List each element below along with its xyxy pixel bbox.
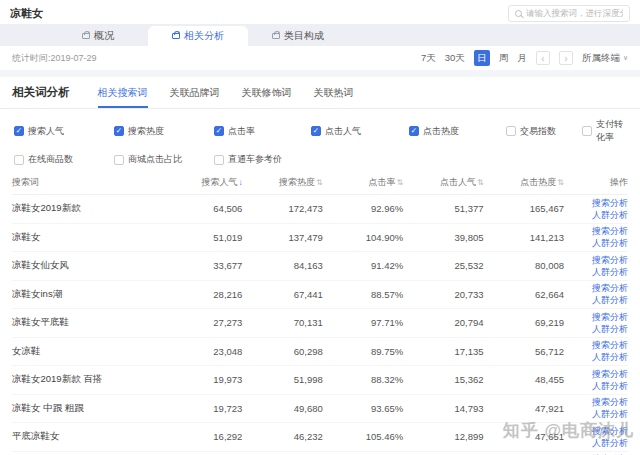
terminal-dropdown[interactable]: 所属终端 ∨ — [582, 52, 628, 65]
search-analysis-link[interactable]: 搜索分析 — [564, 425, 628, 437]
search-heat-cell: 137,479 — [242, 232, 322, 243]
search-analysis-link[interactable]: 搜索分析 — [564, 311, 628, 323]
col-header-click-heat[interactable]: 点击热度⇅ — [484, 176, 564, 189]
tab-category-composition[interactable]: 类目构成 — [248, 26, 348, 46]
checkbox-click-heat[interactable]: ✓点击热度 — [409, 118, 506, 144]
sort-icon[interactable]: ⇅ — [316, 178, 323, 187]
crowd-analysis-link[interactable]: 人群分析 — [564, 380, 628, 392]
keyword-search-box[interactable] — [508, 5, 630, 22]
click-popularity-cell: 20,733 — [403, 289, 483, 300]
click-heat-cell: 165,467 — [484, 203, 564, 214]
stat-time-label: 统计时间:2019-07-29 — [12, 52, 97, 65]
checkbox-icon: ✓ — [409, 126, 419, 136]
crowd-analysis-link[interactable]: 人群分析 — [564, 408, 628, 420]
search-popularity-cell: 64,506 — [162, 203, 242, 214]
subtab-modifier-words[interactable]: 关联修饰词 — [242, 86, 292, 108]
checkbox-label: 点击率 — [228, 125, 255, 138]
checkbox-icon — [214, 155, 224, 165]
search-analysis-link[interactable]: 搜索分析 — [564, 396, 628, 408]
col-header-search-heat[interactable]: 搜索热度⇅ — [242, 176, 322, 189]
table-row: 女凉鞋 23,048 60,298 89.75% 17,135 56,712 搜… — [12, 338, 628, 367]
search-analysis-link[interactable]: 搜索分析 — [564, 282, 628, 294]
keyword-cell: 女凉鞋 — [12, 345, 162, 358]
checkbox-click-rate[interactable]: ✓点击率 — [214, 118, 311, 144]
search-input[interactable] — [526, 8, 623, 18]
subtab-related-search-words[interactable]: 相关搜索词 — [98, 86, 148, 108]
unit-week-button[interactable]: 周 — [499, 52, 509, 65]
tab-overview[interactable]: 概况 — [48, 26, 148, 46]
table-row: 凉鞋女2019新款 百搭 19,973 51,998 88.32% 15,362… — [12, 366, 628, 395]
checkbox-icon — [582, 126, 592, 136]
click-heat-cell: 48,455 — [484, 374, 564, 385]
search-heat-cell: 67,441 — [242, 289, 322, 300]
search-popularity-cell: 28,216 — [162, 289, 242, 300]
table-row: 凉鞋女平底鞋 27,273 70,131 97.71% 20,794 69,21… — [12, 309, 628, 338]
table-row: 凉鞋女2019新款 64,506 172,473 92.96% 51,377 1… — [12, 195, 628, 224]
checkbox-icon — [114, 155, 124, 165]
checkbox-online-products[interactable]: 在线商品数 — [14, 153, 114, 166]
checkbox-mall-click-share[interactable]: 商城点击占比 — [114, 153, 214, 166]
search-popularity-cell: 27,273 — [162, 317, 242, 328]
search-popularity-cell: 19,723 — [162, 403, 242, 414]
range-7d-button[interactable]: 7天 — [421, 52, 436, 65]
range-30d-button[interactable]: 30天 — [445, 52, 465, 65]
col-header-click-rate[interactable]: 点击率⇅ — [323, 176, 403, 189]
click-heat-cell: 62,664 — [484, 289, 564, 300]
search-heat-cell: 49,680 — [242, 403, 322, 414]
keyword-cell: 凉鞋女仙女风 — [12, 259, 162, 272]
checkbox-transaction-index[interactable]: 交易指数 — [506, 118, 582, 144]
checkbox-ztc-reference-price[interactable]: 直通车参考价 — [214, 153, 311, 166]
tab-related-analysis[interactable]: 相关分析 — [148, 26, 248, 46]
next-date-button[interactable]: › — [559, 51, 573, 65]
crowd-analysis-link[interactable]: 人群分析 — [564, 437, 628, 449]
table-row: 凉鞋女 51,019 137,479 104.90% 39,805 141,21… — [12, 224, 628, 253]
col-header-keyword: 搜索词 — [12, 176, 162, 189]
subtab-brand-words[interactable]: 关联品牌词 — [170, 86, 220, 108]
click-rate-cell: 97.71% — [323, 317, 403, 328]
tab-label: 相关分析 — [184, 29, 224, 43]
crowd-analysis-link[interactable]: 人群分析 — [564, 323, 628, 335]
search-analysis-link[interactable]: 搜索分析 — [564, 339, 628, 351]
toolbar: 统计时间:2019-07-29 7天 30天 日 周 月 ‹ › 所属终端 ∨ — [0, 46, 640, 70]
checkbox-icon: ✓ — [311, 126, 321, 136]
unit-month-button[interactable]: 月 — [517, 52, 527, 65]
prev-date-button[interactable]: ‹ — [536, 51, 550, 65]
search-analysis-link[interactable]: 搜索分析 — [564, 368, 628, 380]
table-header-row: 搜索词 搜索人气↓ 搜索热度⇅ 点击率⇅ 点击人气⇅ 点击热度⇅ 操作 — [12, 171, 628, 195]
checkbox-payment-conversion[interactable]: 支付转化率 — [582, 118, 626, 144]
page-title: 凉鞋女 — [10, 6, 43, 21]
search-heat-cell: 84,163 — [242, 260, 322, 271]
search-analysis-link[interactable]: 搜索分析 — [564, 225, 628, 237]
click-popularity-cell: 14,793 — [403, 403, 483, 414]
col-header-click-popularity[interactable]: 点击人气⇅ — [403, 176, 483, 189]
chevron-left-icon: ‹ — [541, 53, 544, 64]
click-popularity-cell: 51,377 — [403, 203, 483, 214]
click-popularity-cell: 25,532 — [403, 260, 483, 271]
checkbox-search-popularity[interactable]: ✓搜索人气 — [14, 118, 114, 144]
search-heat-cell: 46,232 — [242, 431, 322, 442]
click-rate-cell: 92.96% — [323, 203, 403, 214]
sort-icon[interactable]: ⇅ — [477, 178, 484, 187]
checkbox-label: 交易指数 — [520, 125, 556, 138]
sort-icon[interactable]: ⇅ — [396, 178, 403, 187]
checkbox-icon: ✓ — [214, 126, 224, 136]
subtab-hot-words[interactable]: 关联热词 — [314, 86, 354, 108]
col-header-search-popularity[interactable]: 搜索人气↓ — [162, 176, 242, 189]
checkbox-click-popularity[interactable]: ✓点击人气 — [311, 118, 409, 144]
search-analysis-link[interactable]: 搜索分析 — [564, 197, 628, 209]
search-analysis-link[interactable]: 搜索分析 — [564, 254, 628, 266]
sort-icon[interactable]: ⇅ — [557, 178, 564, 187]
crowd-analysis-link[interactable]: 人群分析 — [564, 294, 628, 306]
checkbox-search-heat[interactable]: ✓搜索热度 — [114, 118, 214, 144]
keyword-cell: 凉鞋女ins潮 — [12, 288, 162, 301]
unit-day-button[interactable]: 日 — [474, 50, 490, 66]
checkbox-icon — [506, 126, 516, 136]
checkbox-label: 搜索热度 — [128, 125, 164, 138]
crowd-analysis-link[interactable]: 人群分析 — [564, 209, 628, 221]
panel-icon — [272, 33, 280, 39]
crowd-analysis-link[interactable]: 人群分析 — [564, 351, 628, 363]
table-row: 凉鞋女2019新鞋 15,167 36,905 75.60% 10,962 31… — [12, 452, 628, 455]
crowd-analysis-link[interactable]: 人群分析 — [564, 237, 628, 249]
click-popularity-cell: 12,899 — [403, 431, 483, 442]
crowd-analysis-link[interactable]: 人群分析 — [564, 266, 628, 278]
